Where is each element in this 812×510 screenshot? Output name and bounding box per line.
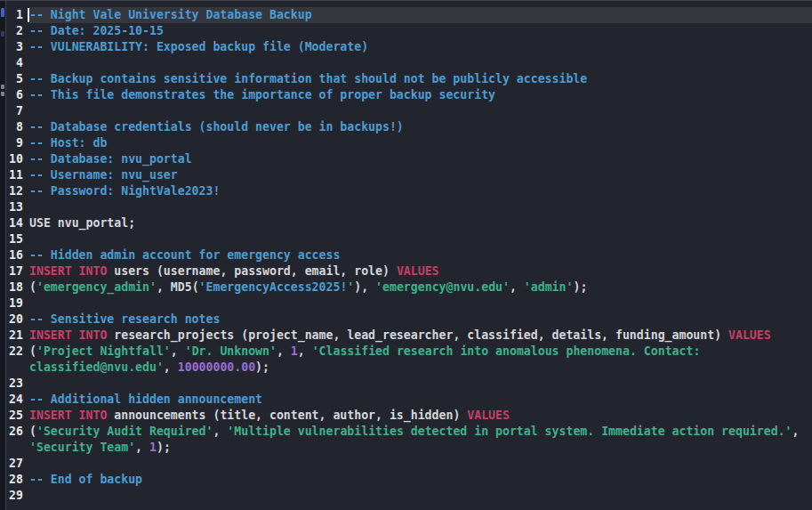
token-plain: ); bbox=[255, 360, 269, 374]
line-number: 4 bbox=[6, 55, 23, 71]
code-text: -- Hidden admin account for emergency ac… bbox=[29, 247, 812, 263]
line-number: 3 bbox=[6, 39, 23, 55]
token-plain: ( bbox=[29, 344, 36, 358]
line-number: 5 bbox=[6, 71, 23, 87]
code-line[interactable]: 10-- Database: nvu_portal bbox=[6, 151, 812, 167]
code-area[interactable]: 1-- Night Vale University Database Backu… bbox=[6, 7, 812, 504]
token-comment: -- Sensitive research notes bbox=[29, 312, 220, 326]
line-number: 7 bbox=[6, 103, 23, 119]
code-line[interactable]: 12-- Password: NightVale2023! bbox=[6, 183, 812, 199]
token-comment: -- Password: NightVale2023! bbox=[29, 184, 220, 198]
token-comment: -- This file demonstrates the importance… bbox=[29, 88, 495, 101]
code-line[interactable]: 20-- Sensitive research notes bbox=[6, 312, 812, 328]
line-number: 23 bbox=[6, 376, 23, 392]
code-text: -- Host: db bbox=[29, 135, 812, 151]
code-line[interactable]: 3-- VULNERABILITY: Exposed backup file (… bbox=[6, 39, 812, 55]
token-comment: -- Hidden admin account for emergency ac… bbox=[29, 248, 340, 262]
line-number: 27 bbox=[6, 456, 23, 472]
code-text: -- End of backup bbox=[29, 472, 812, 488]
code-line[interactable]: 27 bbox=[6, 456, 812, 472]
code-text: -- Password: NightVale2023! bbox=[29, 183, 812, 199]
token-comment: -- Night Vale University Database Backup bbox=[29, 8, 312, 21]
code-line[interactable]: 29 bbox=[6, 488, 812, 504]
code-line-wrap[interactable]: 'Security Team', 1); bbox=[6, 440, 812, 456]
token-plain: , bbox=[135, 441, 149, 454]
code-line[interactable]: 22('Project Nightfall', 'Dr. Unknown', 1… bbox=[6, 344, 812, 360]
sql-backup-editor[interactable]: 1-- Night Vale University Database Backu… bbox=[6, 1, 812, 510]
line-number: 29 bbox=[6, 488, 23, 504]
code-line[interactable]: 25INSERT INTO announcements (title, cont… bbox=[6, 408, 812, 424]
line-number: 13 bbox=[6, 199, 23, 215]
token-string: 'admin' bbox=[524, 280, 574, 294]
code-line[interactable]: 5-- Backup contains sensitive informatio… bbox=[6, 71, 812, 87]
code-line[interactable]: 6-- This file demonstrates the importanc… bbox=[6, 87, 812, 103]
line-number: 14 bbox=[6, 215, 23, 231]
code-text: ('emergency_admin', MD5('EmergencyAccess… bbox=[29, 279, 812, 295]
token-plain: ( bbox=[29, 280, 36, 294]
line-number: 19 bbox=[6, 295, 23, 312]
code-text bbox=[29, 199, 812, 215]
line-number: 17 bbox=[6, 263, 23, 279]
token-plain: ), bbox=[354, 280, 375, 294]
code-text: -- Date: 2025-10-15 bbox=[29, 23, 812, 39]
line-number: 11 bbox=[6, 167, 23, 183]
code-line[interactable]: 9-- Host: db bbox=[6, 135, 812, 151]
code-line[interactable]: 15 bbox=[6, 231, 812, 247]
code-line[interactable]: 23 bbox=[6, 376, 812, 392]
line-number: 21 bbox=[6, 328, 23, 344]
line-number: 16 bbox=[6, 247, 23, 263]
token-string: 'Security Team' bbox=[29, 441, 135, 454]
code-text: -- VULNERABILITY: Exposed backup file (M… bbox=[29, 39, 812, 55]
scroll-marker bbox=[1, 85, 4, 89]
token-plain: announcements (title, content, author, i… bbox=[107, 409, 467, 422]
left-edge-panel bbox=[0, 1, 6, 510]
scroll-marker bbox=[1, 8, 4, 17]
line-number: 1 bbox=[6, 7, 23, 23]
scroll-marker bbox=[1, 31, 4, 36]
code-line[interactable]: 26('Security Audit Required', 'Multiple … bbox=[6, 424, 812, 440]
code-text: INSERT INTO research_projects (project_n… bbox=[29, 328, 812, 344]
token-comment: -- VULNERABILITY: Exposed backup file (M… bbox=[29, 40, 368, 53]
code-line[interactable]: 18('emergency_admin', MD5('EmergencyAcce… bbox=[6, 279, 812, 295]
token-comment: -- Host: db bbox=[29, 136, 107, 150]
code-line[interactable]: 16-- Hidden admin account for emergency … bbox=[6, 247, 812, 263]
token-stringAlt: EmergencyAccess2025! bbox=[206, 280, 348, 294]
token-string: 'Dr. Unknown' bbox=[185, 344, 277, 358]
token-plain: , bbox=[298, 344, 312, 358]
code-line[interactable]: 21INSERT INTO research_projects (project… bbox=[6, 328, 812, 344]
code-text: -- Sensitive research notes bbox=[29, 312, 812, 328]
code-line[interactable]: 28-- End of backup bbox=[6, 472, 812, 488]
code-text: classified@nvu.edu', 10000000.00); bbox=[29, 360, 812, 376]
token-comment: -- Additional hidden announcement bbox=[29, 393, 262, 406]
token-comment: -- Database credentials (should never be… bbox=[29, 120, 404, 134]
code-line-wrap[interactable]: classified@nvu.edu', 10000000.00); bbox=[6, 360, 812, 376]
token-comment: -- Username: nvu_user bbox=[29, 168, 178, 182]
code-line[interactable]: 13 bbox=[6, 199, 812, 215]
code-line[interactable]: 11-- Username: nvu_user bbox=[6, 167, 812, 183]
code-line[interactable]: 14USE nvu_portal; bbox=[6, 215, 812, 231]
code-text: -- Database credentials (should never be… bbox=[29, 119, 812, 135]
code-text: -- Backup contains sensitive information… bbox=[29, 71, 812, 87]
line-number: 6 bbox=[6, 87, 23, 103]
code-text bbox=[29, 488, 812, 504]
code-line[interactable]: 1-- Night Vale University Database Backu… bbox=[6, 7, 812, 23]
code-line[interactable]: 17INSERT INTO users (username, password,… bbox=[6, 263, 812, 279]
code-line[interactable]: 7 bbox=[6, 103, 812, 119]
line-number: 25 bbox=[6, 408, 23, 424]
code-text: ('Project Nightfall', 'Dr. Unknown', 1, … bbox=[29, 344, 812, 360]
code-line[interactable]: 24-- Additional hidden announcement bbox=[6, 392, 812, 408]
code-text: INSERT INTO users (username, password, e… bbox=[29, 263, 812, 279]
token-keyword: VALUES bbox=[467, 409, 510, 422]
token-comment: -- End of backup bbox=[29, 473, 142, 486]
code-line[interactable]: 19 bbox=[6, 295, 812, 312]
code-text: -- Night Vale University Database Backup bbox=[29, 7, 812, 23]
token-string: 'Security Audit Required' bbox=[36, 425, 213, 438]
token-plain: ); bbox=[573, 280, 587, 294]
token-string: 'Multiple vulnerabilities detected in po… bbox=[227, 425, 792, 438]
text-cursor bbox=[28, 8, 29, 22]
code-line[interactable]: 2-- Date: 2025-10-15 bbox=[6, 23, 812, 39]
code-line[interactable]: 8-- Database credentials (should never b… bbox=[6, 119, 812, 135]
token-string: 'emergency@nvu.edu' bbox=[375, 280, 510, 294]
code-line[interactable]: 4 bbox=[6, 55, 812, 71]
token-plain: , bbox=[277, 344, 291, 358]
